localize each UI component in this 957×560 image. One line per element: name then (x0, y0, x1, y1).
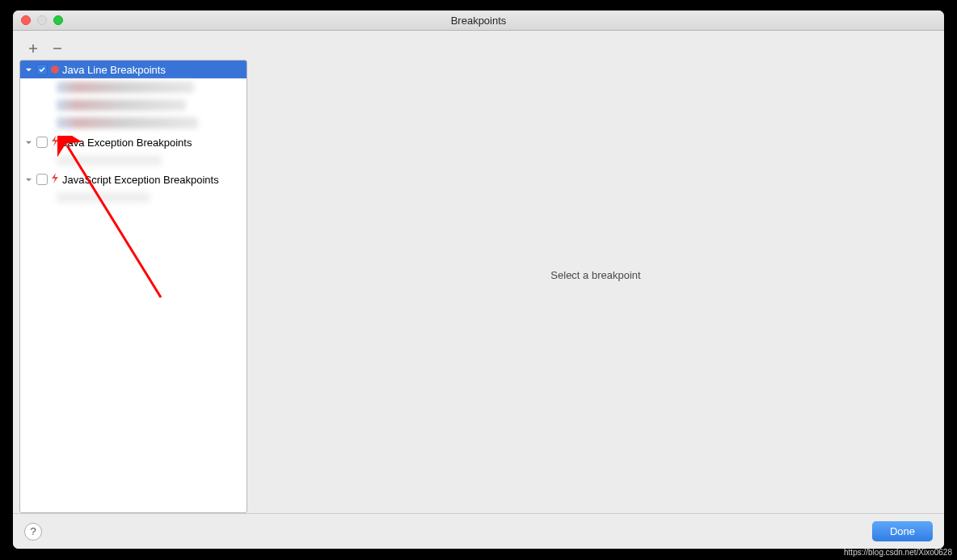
minus-icon (52, 43, 63, 54)
breakpoint-tree[interactable]: Java Line Breakpoints (19, 60, 247, 513)
help-icon: ? (30, 525, 36, 537)
exception-lightning-icon (51, 173, 59, 186)
watermark-text: https://blog.csdn.net/Xixo0628 (844, 548, 952, 557)
breakpoint-circle-icon (51, 65, 59, 74)
category-checkbox[interactable] (36, 137, 48, 148)
exception-lightning-icon (51, 136, 59, 149)
breakpoints-dialog: Breakpoints (13, 11, 944, 549)
disclosure-triangle-icon[interactable] (23, 137, 33, 147)
tree-category-java-exception[interactable]: Java Exception Breakpoints (20, 133, 247, 151)
breakpoint-tree-panel: Java Line Breakpoints (19, 37, 247, 513)
tree-category-java-line[interactable]: Java Line Breakpoints (20, 61, 247, 78)
category-checkbox[interactable] (36, 174, 48, 185)
dialog-body: Java Line Breakpoints (13, 31, 944, 549)
tree-category-js-exception[interactable]: JavaScript Exception Breakpoints (20, 171, 247, 188)
category-label: Java Line Breakpoints (62, 64, 166, 76)
breakpoint-item[interactable] (57, 151, 247, 169)
disclosure-triangle-icon[interactable] (23, 175, 33, 184)
breakpoint-item[interactable] (57, 96, 247, 114)
titlebar[interactable]: Breakpoints (13, 11, 944, 31)
bottom-bar: ? Done (13, 513, 944, 549)
category-checkbox[interactable] (36, 64, 48, 75)
done-label: Done (890, 525, 915, 537)
content-area: Java Line Breakpoints (13, 31, 944, 513)
category-label: JavaScript Exception Breakpoints (62, 174, 219, 186)
disclosure-triangle-icon[interactable] (23, 65, 33, 74)
done-button[interactable]: Done (872, 521, 933, 541)
breakpoint-item[interactable] (57, 188, 247, 206)
placeholder-text: Select a breakpoint (550, 269, 640, 281)
remove-breakpoint-button[interactable] (50, 41, 65, 56)
window-controls (13, 15, 63, 25)
breakpoint-item[interactable] (57, 114, 247, 132)
detail-panel: Select a breakpoint (247, 37, 944, 513)
plus-icon (27, 43, 39, 54)
close-window-button[interactable] (21, 15, 31, 25)
tree-toolbar (19, 37, 247, 60)
minimize-window-button[interactable] (37, 15, 47, 25)
breakpoint-item[interactable] (57, 78, 247, 96)
add-breakpoint-button[interactable] (26, 41, 40, 56)
category-label: Java Exception Breakpoints (62, 137, 192, 149)
maximize-window-button[interactable] (53, 15, 63, 25)
help-button[interactable]: ? (24, 523, 42, 541)
window-title: Breakpoints (13, 15, 944, 27)
